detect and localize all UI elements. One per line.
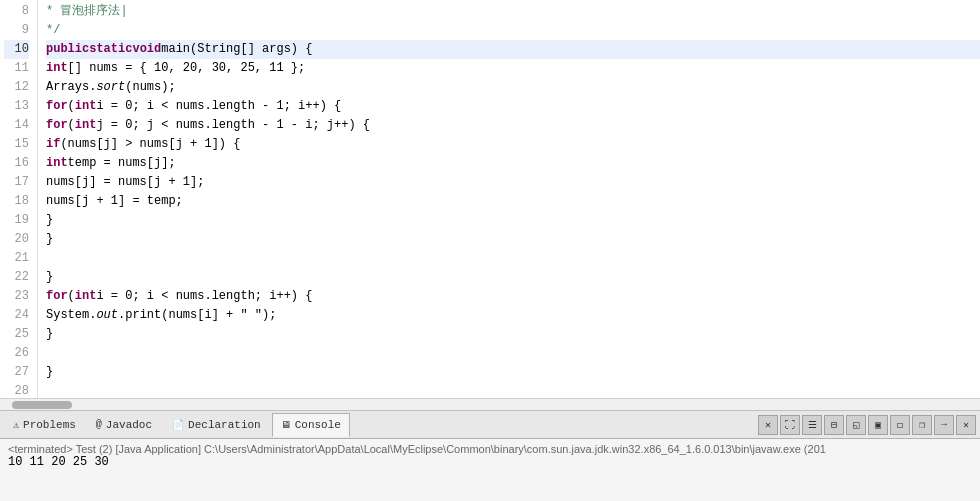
- code-token: i = 0; i < nums.length - 1; i++) {: [96, 97, 341, 116]
- line-number-10: 10: [4, 40, 29, 59]
- line-number-28: 28: [4, 382, 29, 398]
- tab-icon-0: ⚠: [13, 419, 19, 431]
- toolbar-btn-2[interactable]: ☰: [802, 415, 822, 435]
- tab-icon-3: 🖥: [281, 419, 291, 431]
- console-output: 10 11 20 25 30: [8, 455, 972, 469]
- editor-area: 8910111213141516171819202122232425262728…: [0, 0, 980, 410]
- code-token: * 冒泡排序法|: [46, 2, 128, 21]
- code-token: int: [75, 287, 97, 306]
- console-content: <terminated> Test (2) [Java Application]…: [0, 439, 980, 501]
- code-token: int: [75, 116, 97, 135]
- code-token: }: [46, 363, 53, 382]
- toolbar-btn-4[interactable]: ◱: [846, 415, 866, 435]
- code-token: [] nums = { 10, 20, 30, 25, 11 };: [68, 59, 306, 78]
- code-line-27: }: [46, 363, 980, 382]
- tab-javadoc[interactable]: @Javadoc: [87, 413, 161, 437]
- code-token: public: [46, 40, 89, 59]
- code-line-20: }: [46, 230, 980, 249]
- code-token: Arrays.: [46, 78, 96, 97]
- line-number-23: 23: [4, 287, 29, 306]
- line-number-22: 22: [4, 268, 29, 287]
- tab-bar: ⚠Problems@Javadoc📄Declaration🖥Console✕⛶☰…: [0, 411, 980, 439]
- bottom-panel: ⚠Problems@Javadoc📄Declaration🖥Console✕⛶☰…: [0, 410, 980, 501]
- code-token: sort: [96, 78, 125, 97]
- line-number-16: 16: [4, 154, 29, 173]
- toolbar-btn-0[interactable]: ✕: [758, 415, 778, 435]
- toolbar-btn-5[interactable]: ▣: [868, 415, 888, 435]
- toolbar-btn-6[interactable]: ◻: [890, 415, 910, 435]
- code-token: }: [46, 325, 53, 344]
- line-number-27: 27: [4, 363, 29, 382]
- line-number-13: 13: [4, 97, 29, 116]
- line-number-12: 12: [4, 78, 29, 97]
- tab-label-3: Console: [295, 419, 341, 431]
- code-token: (: [68, 287, 75, 306]
- scrollbar-thumb[interactable]: [12, 401, 72, 409]
- toolbar-btn-7[interactable]: ❐: [912, 415, 932, 435]
- code-token: for: [46, 97, 68, 116]
- code-token: int: [75, 97, 97, 116]
- code-line-26: [46, 344, 980, 363]
- line-number-26: 26: [4, 344, 29, 363]
- tab-label-0: Problems: [23, 419, 76, 431]
- toolbar-btn-9[interactable]: ✕: [956, 415, 976, 435]
- code-token: main(String[] args) {: [161, 40, 312, 59]
- code-token: i = 0; i < nums.length; i++) {: [96, 287, 312, 306]
- toolbar-btn-3[interactable]: ⊟: [824, 415, 844, 435]
- code-token: for: [46, 287, 68, 306]
- code-line-28: [46, 382, 980, 398]
- code-line-11: int[] nums = { 10, 20, 30, 25, 11 };: [46, 59, 980, 78]
- line-number-14: 14: [4, 116, 29, 135]
- tab-problems[interactable]: ⚠Problems: [4, 413, 85, 437]
- tab-console[interactable]: 🖥Console: [272, 413, 350, 437]
- code-line-9: */: [46, 21, 980, 40]
- code-token: temp = nums[j];: [68, 154, 176, 173]
- tab-declaration[interactable]: 📄Declaration: [163, 413, 270, 437]
- code-token: (nums);: [125, 78, 175, 97]
- line-number-25: 25: [4, 325, 29, 344]
- code-token: }: [46, 211, 53, 230]
- console-terminated-text: <terminated> Test (2) [Java Application]…: [8, 443, 972, 455]
- code-line-17: nums[j] = nums[j + 1];: [46, 173, 980, 192]
- code-token: }: [46, 268, 53, 287]
- code-token: out: [96, 306, 118, 325]
- toolbar-btn-8[interactable]: →: [934, 415, 954, 435]
- code-line-18: nums[j + 1] = temp;: [46, 192, 980, 211]
- code-line-15: if (nums[j] > nums[j + 1]) {: [46, 135, 980, 154]
- toolbar-btn-1[interactable]: ⛶: [780, 415, 800, 435]
- code-area[interactable]: * 冒泡排序法| */public static void main(Strin…: [38, 0, 980, 398]
- line-number-11: 11: [4, 59, 29, 78]
- code-token: nums[j + 1] = temp;: [46, 192, 183, 211]
- tab-label-2: Declaration: [188, 419, 261, 431]
- line-number-19: 19: [4, 211, 29, 230]
- code-token: for: [46, 116, 68, 135]
- code-line-19: }: [46, 211, 980, 230]
- code-line-16: int temp = nums[j];: [46, 154, 980, 173]
- code-line-24: System.out.print(nums[i] + " ");: [46, 306, 980, 325]
- tab-toolbar-right: ✕⛶☰⊟◱▣◻❐→✕: [758, 415, 976, 435]
- code-token: nums[j] = nums[j + 1];: [46, 173, 204, 192]
- code-line-23: for (int i = 0; i < nums.length; i++) {: [46, 287, 980, 306]
- line-numbers: 8910111213141516171819202122232425262728: [0, 0, 38, 398]
- line-number-20: 20: [4, 230, 29, 249]
- line-number-21: 21: [4, 249, 29, 268]
- line-number-24: 24: [4, 306, 29, 325]
- code-token: System.: [46, 306, 96, 325]
- code-token: */: [46, 21, 60, 40]
- code-token: .print(nums[i] + " ");: [118, 306, 276, 325]
- code-line-22: }: [46, 268, 980, 287]
- line-number-18: 18: [4, 192, 29, 211]
- tab-icon-1: @: [96, 419, 102, 430]
- code-token: (: [68, 116, 75, 135]
- code-token: j = 0; j < nums.length - 1 - i; j++) {: [96, 116, 370, 135]
- code-line-12: Arrays.sort(nums);: [46, 78, 980, 97]
- code-line-21: [46, 249, 980, 268]
- code-line-8: * 冒泡排序法|: [46, 2, 980, 21]
- code-line-14: for (int j = 0; j < nums.length - 1 - i;…: [46, 116, 980, 135]
- code-token: if: [46, 135, 60, 154]
- code-line-25: }: [46, 325, 980, 344]
- horizontal-scrollbar[interactable]: [0, 398, 980, 410]
- code-token: int: [46, 154, 68, 173]
- tab-icon-2: 📄: [172, 419, 184, 431]
- code-token: (nums[j] > nums[j + 1]) {: [60, 135, 240, 154]
